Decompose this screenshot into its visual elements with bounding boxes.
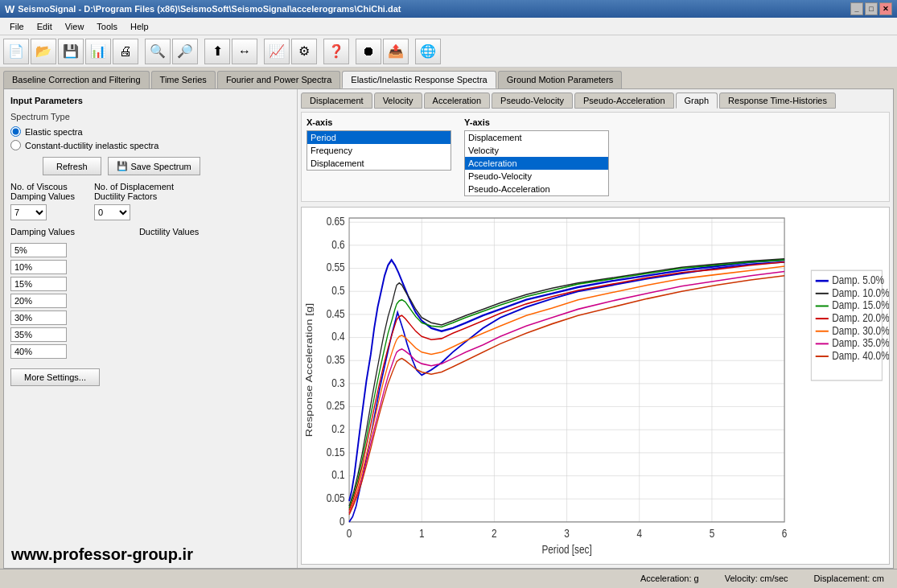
tab-velocity[interactable]: Velocity [374, 93, 422, 109]
svg-text:6: 6 [782, 527, 788, 540]
damping-value-5[interactable] [10, 310, 67, 325]
y-item-acceleration[interactable]: Acceleration [465, 157, 608, 170]
save-spectrum-button[interactable]: 💾 Save Spectrum [108, 157, 200, 175]
spectrum-type-label: Spectrum Type [10, 112, 290, 121]
x-item-frequency[interactable]: Frequency [307, 144, 451, 157]
export-button[interactable]: 📤 [383, 39, 409, 64]
displacement-label: No. of DisplacementDuctility Factors [94, 182, 174, 201]
svg-text:0.3: 0.3 [331, 376, 344, 389]
new-button[interactable]: 📄 [3, 39, 29, 64]
svg-text:0: 0 [339, 515, 345, 528]
tab-elastic[interactable]: Elastic/Inelastic Response Spectra [342, 71, 496, 88]
damping-value-4[interactable] [10, 294, 67, 308]
viscous-group: No. of ViscousDamping Values 7 1234 5689… [10, 182, 75, 220]
maximize-button[interactable]: □ [865, 2, 878, 15]
tab-displacement[interactable]: Displacement [301, 93, 372, 109]
svg-text:0.25: 0.25 [327, 399, 345, 412]
damping-section: Damping Values Ductility Values [10, 227, 290, 359]
svg-text:0: 0 [347, 527, 352, 540]
chart-container: 0 0.05 0.1 0.15 0.2 0.25 0.3 0.35 0.4 0.… [301, 207, 890, 565]
svg-text:Damp. 40.0%: Damp. 40.0% [832, 349, 889, 362]
svg-text:Damp. 20.0%: Damp. 20.0% [832, 311, 889, 324]
tab-time-series[interactable]: Time Series [151, 71, 216, 88]
menubar: File Edit View Tools Help [0, 18, 897, 35]
y-item-pseudo-acceleration[interactable]: Pseudo-Acceleration [465, 183, 608, 195]
app-icon: W [5, 3, 14, 15]
elastic-radio[interactable] [10, 126, 21, 137]
main-content: Input Parameters Spectrum Type Elastic s… [3, 88, 894, 569]
tab-pseudo-acceleration[interactable]: Pseudo-Acceleration [574, 93, 674, 109]
elastic-radio-row: Elastic spectra [10, 126, 290, 137]
arrows-button[interactable]: ↔ [232, 39, 257, 64]
zoom-in-button[interactable]: 🔍 [145, 39, 171, 64]
inelastic-radio-row: Constant-ductility inelastic spectra [10, 140, 290, 150]
elastic-label: Elastic spectra [25, 127, 83, 137]
print-button[interactable]: 🖨 [113, 39, 138, 64]
damping-value-2[interactable] [10, 260, 67, 274]
damping-value-6[interactable] [10, 327, 67, 342]
y-axis-group: Y-axis Displacement Velocity Acceleratio… [464, 117, 609, 196]
y-item-displacement[interactable]: Displacement [465, 131, 608, 144]
graph-settings-button[interactable]: 📈 [264, 39, 290, 64]
zoom-out-button[interactable]: 🔎 [172, 39, 198, 64]
tab-baseline[interactable]: Baseline Correction and Filtering [3, 71, 150, 88]
save-file-button[interactable]: 💾 [58, 39, 84, 64]
svg-text:5: 5 [710, 527, 715, 540]
tab-graph[interactable]: Graph [676, 93, 718, 109]
record-button[interactable]: ⏺ [356, 39, 381, 64]
menu-view[interactable]: View [59, 20, 91, 33]
close-button[interactable]: ✕ [879, 2, 892, 15]
titlebar: W SeismoSignal - D:\Program Files (x86)\… [0, 0, 897, 18]
toolbar: 📄 📂 💾 📊 🖨 🔍 🔎 ⬆ ↔ 📈 ⚙ ❓ ⏺ 📤 🌐 [0, 35, 897, 68]
y-axis-list: Displacement Velocity Acceleration Pseud… [464, 130, 609, 196]
svg-text:0.55: 0.55 [327, 261, 345, 273]
svg-text:0.5: 0.5 [331, 284, 344, 297]
menu-edit[interactable]: Edit [31, 20, 59, 33]
help-button[interactable]: ❓ [323, 39, 349, 64]
ductility-col-header: Ductility Values [139, 227, 199, 236]
tab-fourier[interactable]: Fourier and Power Spectra [217, 71, 340, 88]
viscous-select[interactable]: 7 1234 568910 [10, 204, 47, 220]
svg-rect-0 [302, 208, 889, 564]
save-icon: 💾 [117, 161, 128, 171]
damping-col-header: Damping Values [10, 227, 75, 236]
viscous-label: No. of ViscousDamping Values [10, 182, 75, 201]
inelastic-radio[interactable] [10, 140, 21, 150]
watermark: www.professor-group.ir [11, 545, 193, 564]
damping-value-3[interactable] [10, 277, 67, 291]
y-item-velocity[interactable]: Velocity [465, 144, 608, 157]
menu-file[interactable]: File [3, 20, 31, 33]
svg-text:0.4: 0.4 [331, 330, 344, 343]
menu-tools[interactable]: Tools [90, 20, 124, 33]
menu-help[interactable]: Help [124, 20, 155, 33]
radio-group: Elastic spectra Constant-ductility inela… [10, 126, 290, 150]
tab-response-time[interactable]: Response Time-Histories [719, 93, 836, 109]
svg-text:0.6: 0.6 [331, 238, 344, 251]
x-item-displacement[interactable]: Displacement [307, 157, 451, 170]
damping-value-7[interactable] [10, 344, 67, 359]
globe-button[interactable]: 🌐 [415, 39, 441, 64]
up-button[interactable]: ⬆ [204, 39, 230, 64]
ductility-group: No. of DisplacementDuctility Factors 0 1… [94, 182, 174, 220]
svg-text:0.05: 0.05 [327, 491, 345, 504]
gear-button[interactable]: ⚙ [291, 39, 317, 64]
svg-text:Damp. 15.0%: Damp. 15.0% [832, 298, 889, 311]
open-button[interactable]: 📂 [31, 39, 56, 64]
svg-text:0.35: 0.35 [327, 353, 345, 366]
tab-ground-motion[interactable]: Ground Motion Parameters [498, 71, 623, 88]
svg-text:4: 4 [636, 527, 642, 540]
more-settings-button[interactable]: More Settings... [10, 368, 100, 386]
action-buttons: Refresh 💾 Save Spectrum [43, 157, 290, 175]
x-item-period[interactable]: Period [307, 131, 451, 144]
damping-value-1[interactable] [10, 243, 67, 257]
svg-text:Response Acceleration [g]: Response Acceleration [g] [303, 303, 314, 437]
tab-acceleration[interactable]: Acceleration [424, 93, 491, 109]
window-title: SeismoSignal - D:\Program Files (x86)\Se… [18, 4, 401, 14]
tab-pseudo-velocity[interactable]: Pseudo-Velocity [492, 93, 573, 109]
displacement-select[interactable]: 0 12345 [94, 204, 130, 220]
refresh-button[interactable]: Refresh [43, 157, 101, 175]
minimize-button[interactable]: _ [850, 2, 863, 15]
window-controls: _ □ ✕ [850, 2, 892, 15]
y-item-pseudo-velocity[interactable]: Pseudo-Velocity [465, 170, 608, 183]
info-button[interactable]: 📊 [85, 39, 111, 64]
